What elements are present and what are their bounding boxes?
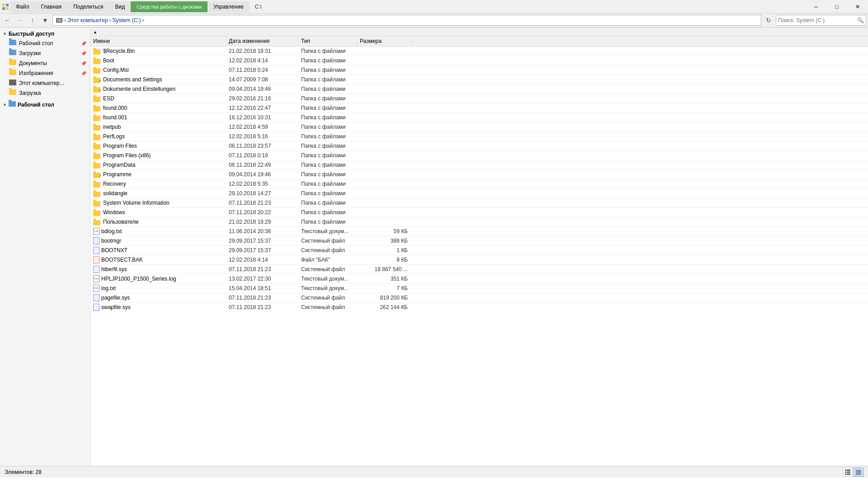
images-pin-icon: 📌 [81, 71, 86, 76]
table-row[interactable]: Windows 07.11.2018 20:22 Папка с файлами [90, 208, 868, 217]
table-row[interactable]: found.001 16.12.2016 10:31 Папка с файла… [90, 113, 868, 122]
sidebar-item-this-computer[interactable]: Этот компьютер... [0, 78, 90, 88]
table-row[interactable]: found.000 12.12.2016 22:47 Папка с файла… [90, 103, 868, 113]
table-row[interactable]: BOOTSECT.BAK 12.02.2018 4:14 Файл "БАК" … [90, 255, 868, 265]
col-header-name[interactable]: Имени [90, 36, 226, 46]
file-rows-container: $Recycle.Bin 21.02.2018 18:31 Папка с фа… [90, 47, 868, 312]
search-input[interactable] [778, 17, 855, 23]
table-row[interactable]: System Volume Information 07.11.2018 21:… [90, 198, 868, 208]
cell-type: Системный файл [298, 294, 357, 302]
cell-size [357, 107, 411, 109]
file-name-label: Windows [103, 209, 125, 216]
table-row[interactable]: TXT HPLJP1000_P1500_Series.log 13.02.201… [90, 274, 868, 284]
svg-rect-9 [847, 469, 850, 471]
forward-button[interactable]: → [14, 15, 25, 26]
col-header-type[interactable]: Тип [298, 36, 357, 46]
title-bar: Файл Главная Поделиться Вид Средства раб… [0, 0, 868, 14]
sidebar-downloads-label: Загрузки [19, 50, 41, 56]
table-row[interactable]: Boot 12.02.2018 4:14 Папка с файлами [90, 56, 868, 66]
tab-disk-tools[interactable]: Средства работы с дисками [131, 1, 208, 12]
sidebar-item-loading[interactable]: Загрузка [0, 88, 90, 98]
maximize-button[interactable]: □ [826, 0, 847, 14]
close-button[interactable]: ✕ [847, 0, 868, 14]
cell-size [357, 145, 411, 147]
breadcrumb-sep-3: > [142, 18, 145, 23]
file-name-label: Пользователи [103, 219, 138, 225]
back-button[interactable]: ← [2, 15, 13, 26]
breadcrumb-system-c[interactable]: System (C:) [112, 17, 141, 23]
table-row[interactable]: Пользователи 21.02.2018 18:29 Папка с фа… [90, 217, 868, 227]
cell-type: Системный файл [298, 237, 357, 245]
table-row[interactable]: $Recycle.Bin 21.02.2018 18:31 Папка с фа… [90, 47, 868, 56]
sidebar-item-documents[interactable]: Документы 📌 [0, 58, 90, 68]
minimize-button[interactable]: ─ [806, 0, 826, 14]
cell-size [357, 174, 411, 175]
file-name-label: BOOTNXT [101, 247, 127, 253]
sidebar-images-label: Изображения [19, 70, 53, 76]
cell-date: 12.02.2018 4:59 [226, 123, 298, 131]
file-name-label: System Volume Information [103, 200, 170, 206]
cell-type: Папка с файлами [298, 180, 357, 188]
svg-rect-13 [856, 471, 861, 472]
cell-type: Папка с файлами [298, 66, 357, 74]
tab-file[interactable]: Файл [10, 1, 35, 12]
sidebar-loading-label: Загрузка [19, 90, 41, 96]
sidebar-item-images[interactable]: Изображения 📌 [0, 68, 90, 78]
file-name-label: Config.Msi [103, 67, 129, 73]
cell-size: 351 КБ [357, 275, 411, 283]
tab-view[interactable]: Вид [109, 1, 131, 12]
table-row[interactable]: ↗ Dokumente und Einstellungen 09.04.2014… [90, 84, 868, 94]
table-row[interactable]: Program Files 06.11.2018 23:57 Папка с ф… [90, 141, 868, 151]
table-row[interactable]: pagefile.sys 07.11.2018 21:23 Системный … [90, 293, 868, 303]
table-row[interactable]: ↗ Documents and Settings 14.07.2009 7:08… [90, 75, 868, 84]
cell-size [357, 202, 411, 204]
cell-type: Папка с файлами [298, 56, 357, 65]
file-name-label: bdlog.txt [101, 228, 122, 235]
table-row[interactable]: Config.Msi 07.11.2018 0:24 Папка с файла… [90, 66, 868, 75]
cell-name: Boot [90, 56, 226, 65]
table-row[interactable]: ESD 29.02.2016 21:16 Папка с файлами [90, 94, 868, 103]
refresh-button[interactable]: ↻ [763, 15, 774, 26]
table-row[interactable]: Recovery 12.02.2018 5:35 Папка с файлами [90, 179, 868, 189]
cell-name: swapfile.sys [90, 303, 226, 312]
table-row[interactable]: swapfile.sys 07.11.2018 21:23 Системный … [90, 303, 868, 312]
list-view-button[interactable] [843, 468, 853, 477]
cell-size [357, 50, 411, 52]
col-header-size[interactable]: Размера [357, 36, 411, 46]
cell-name: ↗ Dokumente und Einstellungen [90, 84, 226, 94]
desktop-section-header[interactable]: ▼ Рабочий стол [0, 100, 90, 110]
downloads-folder-icon [9, 50, 16, 55]
quick-access-header[interactable]: ▼ Быстрый доступ [0, 29, 90, 38]
table-row[interactable]: solidangle 29.10.2018 14:27 Папка с файл… [90, 189, 868, 198]
cell-type: Папка с файлами [298, 132, 357, 141]
table-row[interactable]: hiberfil.sys 07.11.2018 21:23 Системный … [90, 265, 868, 274]
tab-home[interactable]: Главная [35, 1, 68, 12]
tab-share[interactable]: Поделиться [67, 1, 109, 12]
status-bar: Элементов: 28 [0, 466, 868, 478]
details-view-button[interactable] [854, 468, 863, 477]
file-name-label: inetpub [103, 124, 121, 130]
documents-pin-icon: 📌 [81, 61, 86, 66]
breadcrumb-this-computer[interactable]: Этот компьютер [67, 17, 108, 23]
svg-rect-8 [845, 474, 846, 475]
cell-name: found.001 [90, 113, 226, 122]
table-row[interactable]: Program Files (x86) 07.11.2018 0:19 Папк… [90, 151, 868, 160]
table-row[interactable]: inetpub 12.02.2018 4:59 Папка с файлами [90, 122, 868, 132]
cell-name: solidangle [90, 189, 226, 198]
up-button[interactable]: ↑ [27, 15, 38, 26]
svg-rect-14 [856, 473, 861, 474]
table-row[interactable]: bootmgr 29.09.2017 15:37 Системный файл … [90, 236, 868, 246]
col-header-date[interactable]: Дата изменения [226, 36, 298, 46]
computer-icon [9, 80, 16, 85]
table-row[interactable]: ProgramData 06.11.2018 22:49 Папка с фай… [90, 160, 868, 170]
table-row[interactable]: ↗ Programme 09.04.2014 19:46 Папка с фай… [90, 170, 868, 179]
table-row[interactable]: BOOTNXT 29.09.2017 15:37 Системный файл … [90, 246, 868, 255]
file-name-label: HPLJP1000_P1500_Series.log [101, 276, 176, 282]
table-row[interactable]: PerfLogs 12.02.2018 5:16 Папка с файлами [90, 132, 868, 141]
tab-manage[interactable]: Управление [208, 1, 250, 12]
sidebar-item-desktop[interactable]: Рабочий стол 📌 [0, 38, 90, 48]
recent-button[interactable]: ▼ [40, 15, 51, 26]
table-row[interactable]: TXT bdlog.txt 11.06.2014 20:36 Текстовый… [90, 227, 868, 236]
sidebar-item-downloads[interactable]: Загрузки 📌 [0, 48, 90, 58]
table-row[interactable]: TXT log.txt 15.04.2014 18:51 Текстовый д… [90, 284, 868, 293]
